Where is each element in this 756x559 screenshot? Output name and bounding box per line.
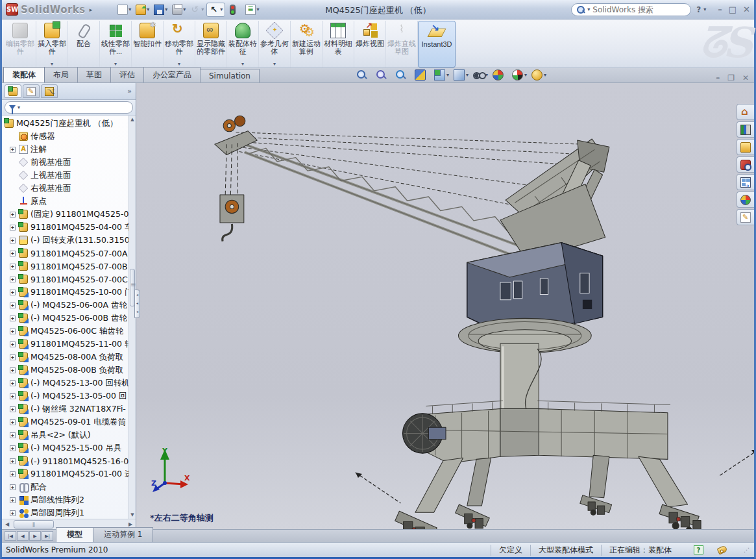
taskpane-appearances-button[interactable]: [737, 192, 754, 208]
expand-toggle[interactable]: +: [10, 471, 16, 477]
scroll-up-icon[interactable]: ▲: [129, 116, 136, 123]
zoom-fit-button[interactable]: ▾: [356, 69, 371, 81]
menu-expander-icon[interactable]: ▸: [90, 6, 93, 13]
expand-toggle[interactable]: +: [10, 419, 16, 425]
search-scope-dropdown-icon[interactable]: ▾: [587, 6, 590, 12]
tree-item[interactable]: + 911801MQ4525-07-00A: [3, 247, 136, 260]
tree-item[interactable]: + 911801MQ4525-07-00C: [3, 273, 136, 286]
taskpane-search-sw-button[interactable]: [737, 156, 754, 173]
view-settings-button[interactable]: ▾: [531, 69, 546, 81]
ribbon-bom-button[interactable]: 材料明细表 ▾: [323, 21, 354, 68]
panel-splitter-handle[interactable]: ◂◂◂: [134, 290, 140, 318]
tree-item[interactable]: + (-) MQ4525-06-00A 齿轮: [3, 299, 136, 312]
ribbon-instant3d-button[interactable]: Instant3D ▾: [418, 21, 456, 68]
ribbon-edit-component-button[interactable]: 编辑零部件 ▾: [5, 21, 36, 68]
tree-item[interactable]: + 911801MQ4525-04-00 车: [3, 221, 136, 234]
ribbon-reference-geometry-button[interactable]: 参考几何体 ▾: [259, 21, 291, 68]
tree-item[interactable]: + (-) MQ4525-13-00 回转机: [3, 377, 136, 390]
edit-appearance-button[interactable]: ▾: [493, 69, 507, 81]
maximize-button[interactable]: □: [729, 5, 737, 14]
doc-restore-button[interactable]: ❐: [727, 73, 735, 82]
expand-toggle[interactable]: +: [10, 445, 16, 451]
doc-minimize-button[interactable]: –: [716, 73, 720, 82]
scroll-down-icon[interactable]: ▼: [129, 511, 136, 519]
tree-item[interactable]: + (-) 钢丝绳 32NAT18X7Fi-: [3, 403, 136, 416]
ribbon-linear-pattern-button[interactable]: 线性零部件... ▾: [100, 21, 132, 68]
taskpane-design-library-button[interactable]: [737, 121, 754, 138]
ribbon-smart-fasteners-button[interactable]: 智能扣件 ▾: [132, 21, 164, 68]
ribbon-explode-sketch-button[interactable]: 爆炸直线草图 ▾: [386, 21, 418, 68]
doc-tab-运动算例 1[interactable]: 运动算例 1: [93, 527, 153, 542]
expand-toggle[interactable]: +: [10, 303, 16, 308]
apply-scene-button[interactable]: ▾: [512, 69, 527, 81]
section-view-button[interactable]: ▾: [415, 69, 430, 81]
graphics-viewport[interactable]: Y X Z *左右二等角轴测: [136, 83, 754, 529]
view-orientation-button[interactable]: ▾: [434, 69, 449, 81]
tree-item[interactable]: + 911801MQ4525-10-00 门: [3, 286, 136, 299]
select-button[interactable]: ▾: [206, 3, 225, 17]
tab-simulation[interactable]: Simulation: [200, 69, 260, 82]
expand-toggle[interactable]: +: [10, 367, 16, 373]
search-input[interactable]: [592, 5, 690, 14]
resize-grip-icon[interactable]: ⋰: [744, 547, 750, 553]
zoom-selected-button[interactable]: ▾: [395, 69, 410, 81]
ribbon-mate-button[interactable]: 配合 ▾: [68, 21, 100, 68]
help-button[interactable]: ?: [696, 5, 701, 14]
tree-item[interactable]: + 原点: [3, 195, 136, 208]
save-button[interactable]: ▾: [152, 3, 169, 16]
tab-feature-manager-tree[interactable]: [5, 84, 21, 98]
search-box[interactable]: ▾: [571, 3, 691, 16]
tree-item[interactable]: + 911801MQ4525-01-00 进: [3, 467, 136, 480]
tree-item[interactable]: + (-) MQ4525-13-05-00 回: [3, 390, 136, 403]
expand-toggle[interactable]: +: [10, 147, 16, 153]
tree-filter-box[interactable]: ▾: [5, 101, 133, 114]
scroll-left-icon[interactable]: ◀: [2, 519, 12, 529]
open-button[interactable]: ▾: [134, 3, 151, 16]
expand-toggle[interactable]: +: [10, 380, 16, 386]
first-tab-button[interactable]: |◀: [5, 531, 16, 541]
expand-toggle[interactable]: +: [10, 342, 16, 347]
scrollbar-thumb[interactable]: [14, 520, 54, 528]
taskpane-home-button[interactable]: [737, 104, 754, 120]
tags-icon[interactable]: [717, 545, 728, 555]
tree-item[interactable]: + 传感器: [3, 130, 136, 143]
panel-overflow-chevron-icon[interactable]: »: [127, 87, 133, 95]
expand-toggle[interactable]: +: [10, 458, 16, 464]
tree-item[interactable]: + MQ4525-09-01 电缆卷筒: [3, 416, 136, 429]
options-button[interactable]: ▾: [243, 3, 261, 16]
doc-close-button[interactable]: ✕: [742, 73, 749, 82]
expand-toggle[interactable]: +: [10, 510, 16, 516]
tree-item[interactable]: + 局部圆周阵列1: [3, 506, 136, 519]
expand-toggle[interactable]: +: [10, 484, 16, 490]
ribbon-move-component-button[interactable]: 移动零部件 ▾: [164, 21, 195, 68]
tab-装配体[interactable]: 装配体: [3, 67, 45, 82]
tree-item[interactable]: + 前视基准面: [3, 156, 136, 169]
expand-toggle[interactable]: +: [10, 316, 16, 321]
tree-item[interactable]: + 右视基准面: [3, 182, 136, 195]
tab-办公室产品[interactable]: 办公室产品: [143, 67, 201, 82]
tree-item[interactable]: + 911801MQ4525-07-00B: [3, 260, 136, 273]
help-dropdown-icon[interactable]: ▾: [703, 6, 706, 12]
last-tab-button[interactable]: ▶|: [42, 531, 53, 541]
tree-item[interactable]: + (-) 回转支承(131.50.3150: [3, 234, 136, 247]
tree-item[interactable]: + (-) MQ4525-06-00B 齿轮: [3, 312, 136, 325]
tab-评估[interactable]: 评估: [110, 67, 144, 82]
prev-tab-button[interactable]: ◀: [17, 531, 29, 541]
tab-property-manager[interactable]: [23, 84, 40, 98]
taskpane-view-palette-button[interactable]: [737, 174, 754, 190]
tab-布局[interactable]: 布局: [44, 67, 78, 82]
tree-item[interactable]: + MQ4525-06-00C 轴齿轮: [3, 325, 136, 338]
expand-toggle[interactable]: +: [10, 497, 16, 503]
expand-toggle[interactable]: +: [10, 264, 16, 269]
expand-toggle[interactable]: +: [10, 329, 16, 334]
tree-item[interactable]: + MQ4525-08-00A 负荷取: [3, 351, 136, 364]
taskpane-custom-properties-button[interactable]: [737, 209, 754, 225]
tab-configuration-manager[interactable]: [41, 84, 58, 98]
undo-button[interactable]: ▾: [188, 3, 206, 16]
filter-dropdown-icon[interactable]: ▾: [18, 105, 20, 110]
ribbon-assembly-features-button[interactable]: 装配体特征 ▾: [227, 21, 259, 68]
quick-tips-help-icon[interactable]: ?: [694, 545, 703, 554]
tree-item[interactable]: + 局部线性阵列2: [3, 493, 136, 506]
expand-toggle[interactable]: +: [10, 212, 16, 217]
doc-tab-模型[interactable]: 模型: [56, 527, 93, 542]
